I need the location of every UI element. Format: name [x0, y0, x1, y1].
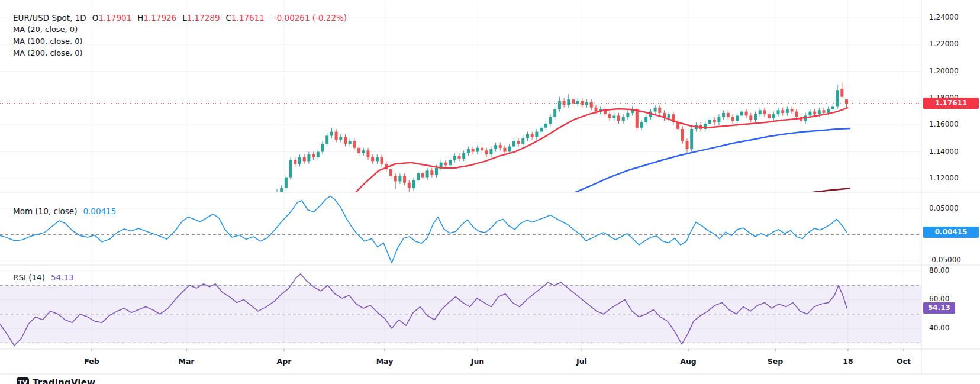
rsi-value: 54.13	[51, 273, 74, 282]
ohlc-pair: H1.17926	[137, 13, 176, 22]
ma-line-ma-20	[351, 108, 848, 198]
momentum-value: 0.00415	[83, 206, 116, 216]
rsi-tick-label: 40.00	[929, 324, 949, 332]
trading-chart: EUR/USD Spot, 1DO1.17901H1.17926L1.17289…	[0, 0, 980, 384]
ma20-label: MA (20, close, 0)	[13, 25, 78, 34]
symbol-legend-row[interactable]: EUR/USD Spot, 1DO1.17901H1.17926L1.17289…	[13, 12, 347, 24]
time-label-oct: Oct	[897, 357, 911, 366]
tradingview-wordmark: TradingView	[33, 377, 95, 384]
time-label-mar: Mar	[178, 357, 194, 366]
mom-tick-label: 0.05000	[929, 204, 959, 212]
rsi-legend-row[interactable]: RSI (14)54.13	[13, 273, 74, 282]
time-label-18: 18	[843, 357, 853, 366]
last-price-badge: 1.17611	[923, 98, 979, 109]
mom-tick-label: -0.05000	[929, 256, 961, 264]
ma200-label: MA (200, close, 0)	[13, 49, 82, 57]
momentum-legend-row[interactable]: Mom (10, close)0.00415	[13, 206, 116, 216]
tradingview-logo[interactable]: TV TradingView	[17, 377, 95, 384]
ohlc-pair: C1.17611	[226, 13, 265, 22]
ohlc-pair: O1.17901	[92, 13, 131, 22]
main-legend: EUR/USD Spot, 1DO1.17901H1.17926L1.17289…	[13, 12, 347, 59]
price-tick-label: 1.20000	[929, 67, 959, 75]
momentum-label: Mom (10, close)	[13, 206, 77, 216]
time-label-feb: Feb	[84, 357, 99, 366]
ma100-label: MA (100, close, 0)	[13, 37, 82, 46]
ohlc-pair: L1.17289	[182, 13, 220, 22]
time-label-aug: Aug	[680, 357, 697, 366]
momentum-badge: 0.00415	[923, 227, 979, 238]
price-tick-label: 1.12000	[929, 174, 959, 182]
time-label-jun: Jun	[471, 357, 484, 366]
rsi-badge: 54.13	[923, 302, 955, 314]
rsi-label: RSI (14)	[13, 273, 45, 282]
tradingview-mark-icon: TV	[17, 377, 29, 384]
time-label-apr: Apr	[277, 357, 292, 366]
candle-series	[276, 82, 849, 208]
ohlc-values: O1.17901H1.17926L1.17289C1.17611-0.00261…	[92, 13, 347, 22]
momentum-line	[0, 196, 847, 263]
price-change: -0.00261 (-0.22%)	[274, 13, 347, 22]
time-label-jul: Jul	[576, 357, 587, 366]
ma100-legend-row[interactable]: MA (100, close, 0)	[13, 36, 347, 47]
ma200-legend-row[interactable]: MA (200, close, 0)	[13, 47, 347, 59]
rsi-tick-label: 80.00	[929, 266, 949, 275]
price-tick-label: 1.14000	[929, 147, 959, 156]
price-tick-label: 1.24000	[929, 13, 959, 21]
price-tick-label: 1.16000	[929, 120, 959, 128]
time-label-sep: Sep	[768, 357, 783, 366]
ma20-legend-row[interactable]: MA (20, close, 0)	[13, 24, 347, 36]
time-label-may: May	[376, 357, 394, 366]
ma-line-ma-100	[573, 128, 850, 193]
symbol-title: EUR/USD Spot, 1D	[13, 13, 86, 22]
price-tick-label: 1.22000	[929, 40, 959, 48]
